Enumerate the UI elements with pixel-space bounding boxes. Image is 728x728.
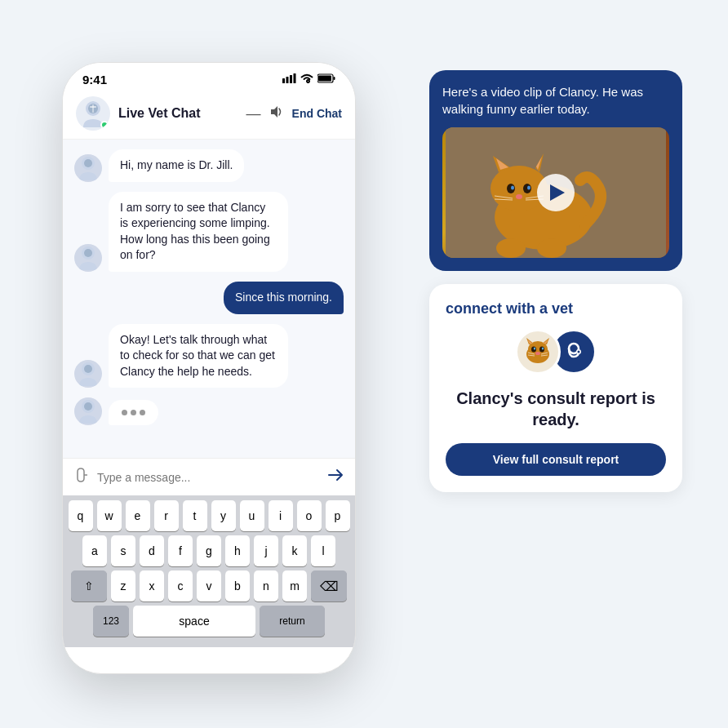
svg-point-46 bbox=[534, 348, 535, 350]
keyboard-row-2: a s d f g h j k l bbox=[66, 535, 352, 566]
message-bubble: Okay! Let's talk through what to check f… bbox=[109, 324, 288, 388]
keyboard-row-3: ⇧ z x c v b n m ⌫ bbox=[66, 570, 352, 601]
svg-point-30 bbox=[527, 186, 530, 190]
key-g[interactable]: g bbox=[197, 535, 221, 566]
svg-point-55 bbox=[578, 351, 580, 353]
vet-avatar-header bbox=[76, 96, 110, 131]
header-actions: — End Chat bbox=[246, 105, 342, 122]
key-j[interactable]: j bbox=[254, 535, 278, 566]
key-a[interactable]: a bbox=[82, 535, 107, 566]
vet-avatar-msg bbox=[74, 154, 102, 182]
video-card: Here's a video clip of Clancy. He was wa… bbox=[429, 70, 682, 271]
key-w[interactable]: w bbox=[97, 500, 122, 531]
consult-card: connect with a vet bbox=[429, 284, 682, 492]
svg-rect-5 bbox=[318, 76, 331, 82]
key-l[interactable]: l bbox=[311, 535, 335, 566]
svg-point-16 bbox=[84, 365, 92, 373]
svg-point-36 bbox=[496, 238, 526, 258]
key-backspace[interactable]: ⌫ bbox=[311, 570, 347, 601]
key-h[interactable]: h bbox=[225, 535, 250, 566]
svg-point-47 bbox=[542, 348, 544, 350]
svg-point-18 bbox=[84, 402, 92, 411]
chat-input-area bbox=[63, 458, 355, 495]
key-n[interactable]: n bbox=[254, 570, 278, 601]
status-icons bbox=[282, 73, 335, 86]
key-v[interactable]: v bbox=[197, 570, 221, 601]
cat-icon bbox=[515, 329, 561, 375]
typing-dot bbox=[140, 410, 145, 415]
key-x[interactable]: x bbox=[140, 570, 164, 601]
chat-header: Live Vet Chat — End Chat bbox=[63, 90, 355, 140]
key-o[interactable]: o bbox=[297, 500, 322, 531]
chat-title: Live Vet Chat bbox=[118, 106, 246, 121]
svg-point-44 bbox=[531, 347, 536, 353]
sound-icon[interactable] bbox=[269, 105, 284, 122]
send-icon[interactable] bbox=[327, 467, 344, 487]
key-return[interactable]: return bbox=[260, 606, 325, 637]
video-message-text: Here's a video clip of Clancy. He was wa… bbox=[442, 83, 669, 118]
message-row-typing bbox=[74, 397, 344, 425]
key-m[interactable]: m bbox=[282, 570, 307, 601]
attach-icon[interactable] bbox=[74, 467, 91, 487]
typing-dot bbox=[122, 410, 127, 415]
keyboard-row-1: q w e r t y u i o p bbox=[66, 500, 352, 531]
svg-point-31 bbox=[516, 194, 522, 199]
key-u[interactable]: u bbox=[240, 500, 264, 531]
key-d[interactable]: d bbox=[140, 535, 164, 566]
right-panel: Here's a video clip of Clancy. He was wa… bbox=[429, 70, 682, 492]
key-r[interactable]: r bbox=[154, 500, 179, 531]
key-e[interactable]: e bbox=[126, 500, 150, 531]
key-k[interactable]: k bbox=[282, 535, 307, 566]
consult-report-title: Clancy's consult report is ready. bbox=[446, 388, 666, 430]
key-s[interactable]: s bbox=[111, 535, 135, 566]
key-i[interactable]: i bbox=[269, 500, 293, 531]
video-play-button[interactable] bbox=[537, 174, 575, 211]
message-row-user: Since this morning. bbox=[74, 282, 344, 314]
svg-point-48 bbox=[535, 352, 540, 355]
typing-indicator bbox=[109, 400, 158, 425]
consult-card-title: connect with a vet bbox=[446, 300, 666, 317]
keyboard: q w e r t y u i o p a s d f g h j k l bbox=[63, 495, 355, 647]
svg-rect-3 bbox=[294, 73, 296, 83]
key-num[interactable]: 123 bbox=[93, 606, 129, 637]
minimize-icon[interactable]: — bbox=[246, 106, 261, 121]
key-p[interactable]: p bbox=[326, 500, 350, 531]
vet-avatar-msg bbox=[74, 360, 102, 388]
chat-messages: Hi, my name is Dr. Jill. I am sorry to s… bbox=[63, 140, 355, 458]
typing-dot bbox=[131, 410, 136, 415]
key-z[interactable]: z bbox=[111, 570, 135, 601]
message-row: Hi, my name is Dr. Jill. bbox=[74, 149, 344, 182]
end-chat-button[interactable]: End Chat bbox=[292, 107, 342, 120]
consult-icons bbox=[446, 329, 666, 375]
message-bubble: I am sorry to see that Clancy is experie… bbox=[109, 192, 288, 272]
signal-icon bbox=[282, 73, 296, 86]
key-q[interactable]: q bbox=[69, 500, 93, 531]
svg-rect-1 bbox=[286, 77, 289, 83]
key-shift[interactable]: ⇧ bbox=[71, 570, 107, 601]
status-bar: 9:41 bbox=[63, 63, 355, 90]
key-f[interactable]: f bbox=[168, 535, 193, 566]
phone-frame: 9:41 bbox=[62, 62, 356, 674]
vet-avatar-msg bbox=[74, 397, 102, 425]
wifi-icon bbox=[300, 73, 313, 86]
key-y[interactable]: y bbox=[211, 500, 236, 531]
key-t[interactable]: t bbox=[183, 500, 207, 531]
key-c[interactable]: c bbox=[168, 570, 193, 601]
message-input[interactable] bbox=[97, 471, 321, 484]
video-thumbnail[interactable] bbox=[442, 127, 669, 258]
svg-point-29 bbox=[511, 186, 514, 190]
svg-point-14 bbox=[84, 249, 92, 257]
key-space[interactable]: space bbox=[133, 606, 255, 637]
svg-point-37 bbox=[537, 238, 566, 258]
svg-rect-6 bbox=[334, 77, 335, 80]
status-time: 9:41 bbox=[82, 73, 107, 87]
play-triangle-icon bbox=[550, 184, 565, 201]
message-bubble: Hi, my name is Dr. Jill. bbox=[109, 149, 244, 182]
vet-avatar-msg bbox=[74, 244, 102, 272]
view-report-button[interactable]: View full consult report bbox=[446, 443, 666, 476]
scene: 9:41 bbox=[29, 29, 699, 699]
message-row: I am sorry to see that Clancy is experie… bbox=[74, 192, 344, 272]
message-bubble-user: Since this morning. bbox=[224, 282, 344, 314]
battery-icon bbox=[317, 73, 335, 86]
key-b[interactable]: b bbox=[225, 570, 250, 601]
